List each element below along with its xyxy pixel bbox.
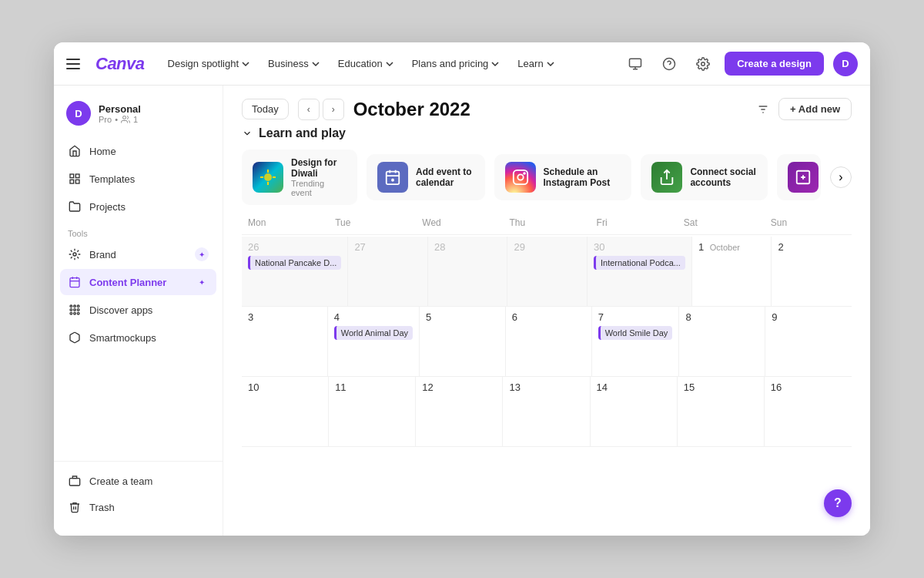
svg-point-32 (517, 174, 523, 180)
calendar-grid: Mon Tue Wed Thu Fri Sat Sun 26 Na (223, 214, 870, 536)
calendar-cell-oct3[interactable]: 3 (242, 307, 328, 376)
create-design-button[interactable]: Create a design (725, 52, 824, 76)
cal-date: 1 October (698, 241, 765, 253)
trash-icon (68, 500, 82, 514)
calendar-cell-sep28[interactable]: 28 (428, 237, 508, 306)
cal-date: 5 (426, 311, 499, 323)
calendar-cell-oct15[interactable]: 15 (678, 377, 765, 446)
calendar-cell-sep26[interactable]: 26 National Pancake D... (242, 237, 348, 306)
nav-plans[interactable]: Plans and pricing (404, 53, 507, 74)
brand-icon (68, 247, 82, 261)
calendar-cell-sep29[interactable]: 29 (507, 237, 588, 306)
sidebar-item-create-team[interactable]: Create a team (60, 468, 216, 494)
prev-month-button[interactable]: ‹ (298, 99, 320, 120)
learn-card-more[interactable] (777, 154, 821, 200)
svg-rect-0 (630, 59, 641, 67)
next-month-button[interactable]: › (323, 99, 344, 120)
svg-point-18 (77, 309, 79, 311)
cal-event[interactable]: World Animal Day (334, 326, 413, 340)
projects-icon (68, 200, 82, 213)
calendar-week-2: 3 4 World Animal Day 5 6 (242, 307, 852, 377)
calendar-cell-sep27[interactable]: 27 (348, 237, 428, 306)
svg-point-13 (70, 305, 72, 307)
cal-event[interactable]: National Pancake D... (248, 256, 341, 270)
calendar-cell-oct4[interactable]: 4 World Animal Day (328, 307, 420, 376)
calendar-cell-oct13[interactable]: 13 (503, 377, 590, 446)
calendar-cell-oct9[interactable]: 9 (765, 307, 852, 376)
calendar-week-3: 10 11 12 13 14 (242, 377, 852, 447)
sidebar-profile[interactable]: D Personal Pro • 1 (54, 95, 223, 138)
learn-card-social[interactable]: Connect social accounts (641, 154, 768, 200)
learn-cards-next-button[interactable]: › (830, 166, 852, 188)
svg-point-20 (74, 312, 76, 314)
learn-card-diwali[interactable]: Design for Diwali Trending event (242, 150, 357, 205)
learn-card-instagram[interactable]: Schedule an Instagram Post (494, 154, 632, 200)
svg-rect-4 (70, 174, 74, 178)
nav-design-spotlight[interactable]: Design spotlight (160, 53, 258, 74)
tools-label: Tools (54, 220, 223, 241)
calendar-cell-oct12[interactable]: 12 (416, 377, 503, 446)
svg-rect-22 (69, 479, 79, 486)
svg-point-2 (701, 62, 705, 66)
nav-business[interactable]: Business (260, 53, 327, 74)
content-planner-badge: ✦ (195, 275, 209, 289)
profile-name: Personal (99, 103, 141, 115)
monitor-icon[interactable] (623, 52, 648, 76)
help-button[interactable]: ? (824, 489, 852, 517)
sidebar-item-discover-apps[interactable]: Discover apps (60, 297, 216, 323)
calendar-cell-oct16[interactable]: 16 (765, 377, 852, 446)
svg-point-19 (70, 312, 72, 314)
calendar-cell-oct14[interactable]: 14 (591, 377, 678, 446)
svg-point-8 (73, 253, 76, 256)
cal-date: 10 (248, 381, 322, 393)
sidebar-item-projects[interactable]: Projects (60, 193, 216, 220)
nav-education[interactable]: Education (330, 53, 401, 74)
cal-date: 6 (512, 311, 585, 323)
help-icon[interactable] (657, 52, 681, 76)
nav-learn[interactable]: Learn (510, 53, 561, 74)
cal-date: 14 (597, 381, 671, 393)
sidebar-item-brand[interactable]: Brand ✦ (60, 241, 216, 267)
calendar-cell-oct5[interactable]: 5 (420, 307, 506, 376)
cal-event[interactable]: International Podca... (594, 256, 685, 270)
svg-rect-9 (70, 278, 79, 287)
calendar-title: October 2022 (353, 99, 748, 120)
add-new-button[interactable]: + Add new (778, 98, 852, 120)
settings-icon[interactable] (691, 52, 715, 76)
sidebar-item-content-planner[interactable]: Content Planner ✦ (60, 269, 216, 295)
calendar-cell-oct7[interactable]: 7 World Smile Day (592, 307, 680, 376)
learn-card-add-calendar[interactable]: Add event to calendar (367, 154, 485, 200)
svg-point-3 (122, 116, 126, 119)
svg-point-33 (524, 173, 525, 174)
hamburger-menu[interactable] (66, 59, 80, 69)
calendar-cell-oct2[interactable]: 2 (772, 237, 852, 306)
learn-header[interactable]: Learn and play (242, 126, 852, 140)
svg-rect-7 (75, 180, 79, 183)
user-avatar[interactable]: D (833, 52, 858, 76)
cal-date: 13 (509, 381, 583, 393)
apps-icon (68, 303, 82, 317)
cal-date: 9 (772, 311, 845, 323)
cal-date: 12 (422, 381, 496, 393)
day-label-tue: Tue (329, 214, 416, 231)
calendar-cell-oct8[interactable]: 8 (679, 307, 765, 376)
calendar-week-1: 26 National Pancake D... 27 28 29 (242, 237, 852, 307)
sidebar-item-smartmockups[interactable]: Smartmockups (60, 324, 216, 351)
filter-button[interactable] (757, 103, 769, 116)
sidebar-item-trash[interactable]: Trash (60, 494, 216, 520)
calendar-cell-oct11[interactable]: 11 (329, 377, 416, 446)
cal-event[interactable]: World Smile Day (598, 326, 673, 340)
cal-date: 26 (248, 241, 341, 253)
calendar-cell-oct10[interactable]: 10 (242, 377, 329, 446)
calendar-cell-sep30[interactable]: 30 International Podca... (588, 237, 692, 306)
cal-date: 29 (514, 241, 581, 253)
svg-point-17 (74, 309, 76, 311)
calendar-cell-oct6[interactable]: 6 (506, 307, 592, 376)
content-planner-icon (68, 275, 82, 289)
sidebar-item-home[interactable]: Home (60, 138, 216, 164)
calendar-cell-oct1[interactable]: 1 October (692, 237, 772, 306)
day-label-thu: Thu (503, 214, 590, 231)
cal-date: 30 (594, 241, 685, 253)
today-button[interactable]: Today (242, 99, 289, 119)
sidebar-item-templates[interactable]: Templates (60, 166, 216, 192)
